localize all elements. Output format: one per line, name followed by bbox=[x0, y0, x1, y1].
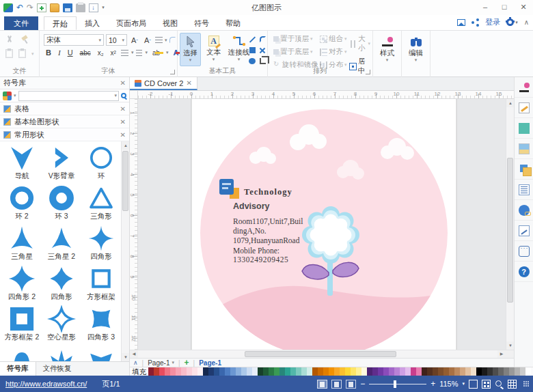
scrollbar-thumb[interactable] bbox=[507, 158, 513, 303]
zoom-slider[interactable] bbox=[369, 380, 426, 389]
flower-center[interactable] bbox=[310, 214, 352, 256]
tab-file-recovery[interactable]: 文件恢复 bbox=[36, 362, 79, 376]
color-swatch[interactable] bbox=[323, 367, 329, 376]
color-swatch[interactable] bbox=[285, 367, 290, 376]
bullet-list-icon[interactable] bbox=[136, 50, 142, 56]
close-icon[interactable]: ✕ bbox=[120, 131, 126, 139]
color-swatch[interactable] bbox=[230, 367, 236, 376]
document-tab[interactable]: CD Cover 2 ✕ bbox=[130, 77, 197, 90]
outline-panel-button[interactable] bbox=[515, 180, 533, 200]
color-swatch[interactable] bbox=[241, 367, 247, 376]
drawing-canvas[interactable]: Technology Advisory Room1107,Unit7,Buil … bbox=[130, 99, 514, 350]
shape-triangle[interactable]: 三角形 bbox=[81, 182, 121, 222]
phone-label[interactable]: Mobile Phone: bbox=[233, 247, 279, 255]
shrink-font-button[interactable]: A bbox=[142, 36, 153, 44]
address-line-2[interactable]: dingA,No. bbox=[233, 227, 266, 236]
color-swatch[interactable] bbox=[487, 367, 493, 376]
arrange-dialog-launcher[interactable] bbox=[366, 70, 370, 74]
color-swatch[interactable] bbox=[236, 367, 241, 376]
brand-text-2[interactable]: Advisory bbox=[233, 201, 270, 211]
color-swatch[interactable] bbox=[290, 367, 296, 376]
size-button[interactable]: 大小▾ bbox=[347, 33, 372, 54]
color-swatch[interactable] bbox=[192, 367, 197, 376]
close-panel-icon[interactable]: ✕ bbox=[120, 79, 126, 87]
maximize-button[interactable]: □ bbox=[495, 0, 514, 14]
bold-button[interactable]: B bbox=[44, 48, 53, 57]
paste-icon[interactable] bbox=[5, 49, 13, 58]
shape-boat[interactable] bbox=[42, 343, 81, 361]
shape-star4-thin[interactable]: 四角形 bbox=[81, 222, 121, 262]
new-file-icon[interactable] bbox=[37, 3, 46, 12]
shape-dome[interactable] bbox=[2, 343, 42, 361]
picture-panel-button[interactable] bbox=[515, 139, 533, 159]
edit-button[interactable]: 编辑 ▾ bbox=[405, 33, 426, 67]
address-line-3[interactable]: 1079,HuanyuanRoad bbox=[233, 236, 300, 245]
crop-tool-icon[interactable] bbox=[258, 56, 267, 66]
shape-frame[interactable]: 方形框架 bbox=[81, 262, 121, 303]
tab-page-layout[interactable]: 页面布局 bbox=[108, 16, 154, 30]
open-file-icon[interactable] bbox=[50, 3, 59, 12]
scroll-up-icon[interactable]: ▲ bbox=[122, 141, 129, 150]
format-panel-button[interactable] bbox=[515, 98, 533, 118]
zoom-slider-thumb[interactable] bbox=[394, 380, 396, 388]
group-button[interactable]: 组合▾ bbox=[318, 33, 349, 44]
scroll-right-icon[interactable]: ▶ bbox=[497, 350, 506, 358]
bring-to-front-button[interactable]: 置于顶层▾ bbox=[271, 33, 324, 44]
scrollbar-thumb[interactable] bbox=[245, 351, 396, 357]
redo-icon[interactable]: ↷ bbox=[27, 3, 33, 12]
view-mode-fullscreen-icon[interactable] bbox=[346, 380, 356, 389]
color-swatch[interactable] bbox=[389, 367, 394, 376]
page-tab-active[interactable]: Page-1 bbox=[199, 359, 221, 367]
shape-ring[interactable]: 环 2 bbox=[2, 182, 42, 222]
arc-tool-icon[interactable] bbox=[258, 34, 267, 44]
color-swatch[interactable] bbox=[263, 367, 269, 376]
superscript-button[interactable]: x² bbox=[109, 49, 118, 57]
print-icon[interactable] bbox=[76, 3, 85, 12]
font-name-select[interactable]: 宋体 ▾ bbox=[44, 34, 104, 46]
ellipse-tool-icon[interactable] bbox=[247, 56, 257, 66]
color-swatch[interactable] bbox=[154, 367, 159, 376]
line-spacing-icon[interactable] bbox=[121, 50, 128, 56]
color-swatch[interactable] bbox=[372, 367, 378, 376]
page-selector[interactable]: Page-1 ▾ bbox=[148, 359, 174, 367]
strikethrough-button[interactable]: abc bbox=[78, 49, 93, 57]
color-swatch[interactable] bbox=[411, 367, 416, 376]
line-tool-icon[interactable] bbox=[247, 34, 257, 44]
color-swatch[interactable] bbox=[367, 367, 372, 376]
shape-chevron-down[interactable]: 导航 bbox=[2, 141, 42, 182]
tab-symbols[interactable]: 符号 bbox=[186, 16, 217, 30]
color-swatch[interactable] bbox=[416, 367, 422, 376]
shape-star4[interactable]: 四角形 bbox=[42, 262, 81, 303]
color-swatch[interactable] bbox=[176, 367, 181, 376]
paste-special-icon[interactable] bbox=[18, 49, 26, 58]
color-swatch[interactable] bbox=[465, 367, 471, 376]
resize-grip[interactable] bbox=[523, 381, 530, 387]
color-swatch[interactable] bbox=[383, 367, 389, 376]
shape-frame-thick[interactable]: 方形框架 2 bbox=[2, 303, 42, 343]
fill-color-panel-button[interactable] bbox=[515, 118, 533, 139]
address-line-1[interactable]: Room1107,Unit7,Buil bbox=[233, 217, 303, 226]
app-logo-icon[interactable] bbox=[3, 3, 13, 12]
style-button[interactable]: 样式 ▾ bbox=[377, 33, 398, 67]
grow-font-button[interactable]: A bbox=[129, 36, 140, 44]
tab-file[interactable]: 文件 bbox=[4, 16, 38, 30]
scroll-up-icon[interactable]: ▲ bbox=[506, 99, 514, 107]
color-swatch[interactable] bbox=[170, 367, 176, 376]
color-swatch[interactable] bbox=[361, 367, 367, 376]
color-swatch[interactable] bbox=[400, 367, 405, 376]
color-swatch[interactable] bbox=[318, 367, 323, 376]
color-swatch[interactable] bbox=[493, 367, 498, 376]
color-swatch[interactable] bbox=[378, 367, 383, 376]
color-swatch[interactable] bbox=[515, 367, 520, 376]
tab-insert[interactable]: 插入 bbox=[77, 16, 108, 30]
style-panel-panel-button[interactable] bbox=[515, 77, 533, 98]
color-swatch[interactable] bbox=[525, 367, 531, 376]
grid-toggle-icon[interactable] bbox=[508, 380, 517, 389]
scroll-left-icon[interactable]: ◀ bbox=[130, 350, 138, 358]
edrawsoft-link[interactable]: http://www.edrawsoft.cn/ bbox=[5, 380, 87, 388]
collapse-pages-icon[interactable]: ∧ bbox=[133, 359, 138, 366]
color-swatch[interactable] bbox=[345, 367, 351, 376]
qat-customize-icon[interactable]: ▾ bbox=[102, 5, 105, 10]
shape-boat2[interactable] bbox=[81, 343, 121, 361]
library-section-basic-shapes[interactable]: 基本绘图形状 ✕ bbox=[0, 115, 129, 128]
